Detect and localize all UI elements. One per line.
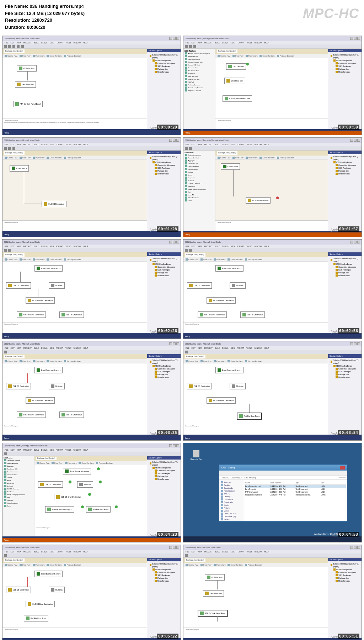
thumbnail-11[interactable]: 0506 Handling errors - Microsoft Visual … [2,545,181,640]
thumbnail-12[interactable]: 0506 Handling errors - Microsoft Visual … [183,545,362,640]
error-badge [276,196,279,200]
statusbar: Ready [2,131,181,135]
thumbnail-4[interactable]: 0506 Handling errors (Running) - Microso… [183,137,362,237]
file-list[interactable]: NameDate modifiedTypeSize ErrorDescripti… [244,480,347,521]
file-explorer-window[interactable]: Error Handling ▸ This PC ▸ Local Disk (C… [219,465,347,521]
mpc-logo: MPC-HC [303,4,359,24]
ftp-task-node: FTP Get Files [17,65,37,72]
thumbnail-5[interactable]: 0506 Handling errors - Microsoft Visual … [2,239,181,339]
connection-managers: Connection Managers(local).HMC013 KNAOWN… [2,119,147,129]
thumbnail-6[interactable]: 0506 Handling errors - Microsoft Visual … [183,239,362,339]
thumbnail-9[interactable]: 0506 Handling errors (Running) - Microso… [2,443,181,542]
excel-source-node: Excel Source [10,165,29,172]
file-duration: 00:06:20 [27,25,45,30]
file-name: 036 Handling errors.mp4 [30,4,84,9]
recycle-bin-icon: Recycle Bin [191,450,202,460]
thumbnail-grid: 0506 Handling errors - Microsoft Visual … [0,33,364,640]
file-resolution: 1280x720 [32,17,52,23]
oledb-dest-node: OLE DB Destination [42,201,66,207]
thumbnail-10[interactable]: Recycle Bin Error Handling ▸ This PC ▸ L… [183,443,362,542]
file-size: 12,4 MB (13 029 677 bytes) [26,11,85,16]
solution-explorer[interactable]: Solution Explorer Solution '0506Handling… [147,49,181,129]
thumbnail-3[interactable]: 0506 Handling errors - Microsoft Visual … [2,137,181,237]
thumbnail-1[interactable]: 0506 Handling errors - Microsoft Visual … [2,36,181,135]
ssis-toolbox[interactable]: SSIS ToolboxDestination AssistantSource … [183,151,215,231]
vs-menubar[interactable]: FILEEDITVIEWPROJECTBUILDDEBUGSSISFORMATT… [2,41,181,44]
vs-toolbar[interactable] [2,44,181,49]
thumbnail-8[interactable]: 0506 Handling errors - Microsoft Visual … [183,341,362,441]
taskbar[interactable] [183,536,362,542]
ssis-toolbox[interactable]: SSIS Toolbox Analysis Services Processin… [183,49,215,129]
ftp-fail-node: FTP On Task Failed Email [13,101,43,107]
windows-desktop[interactable]: Recycle Bin Error Handling ▸ This PC ▸ L… [183,443,362,542]
explorer-nav-tree[interactable]: FavoritesDesktopDownloadsRecent placesTh… [219,480,244,521]
close-icon [340,466,345,469]
thumbnail-2[interactable]: 0506 Handling errors (Running) - Microso… [183,36,362,135]
design-canvas[interactable]: Package.dtsx [Design] Control FlowData F… [2,49,147,129]
search-input [339,477,346,478]
file-info-header: File Name: 036 Handling errors.mp4 File … [0,0,364,33]
thumbnail-7[interactable]: 0506 Handling errors - Microsoft Visual … [2,341,181,441]
dataflow-task-node: Data Flow Task [15,81,36,88]
address-bar[interactable]: ▸ This PC ▸ Local Disk (C:) ▸ Error Hand… [219,476,347,480]
vs-titlebar: 0506 Handling errors - Microsoft Visual … [2,36,181,41]
timestamp: 00:00:29 [157,125,178,130]
